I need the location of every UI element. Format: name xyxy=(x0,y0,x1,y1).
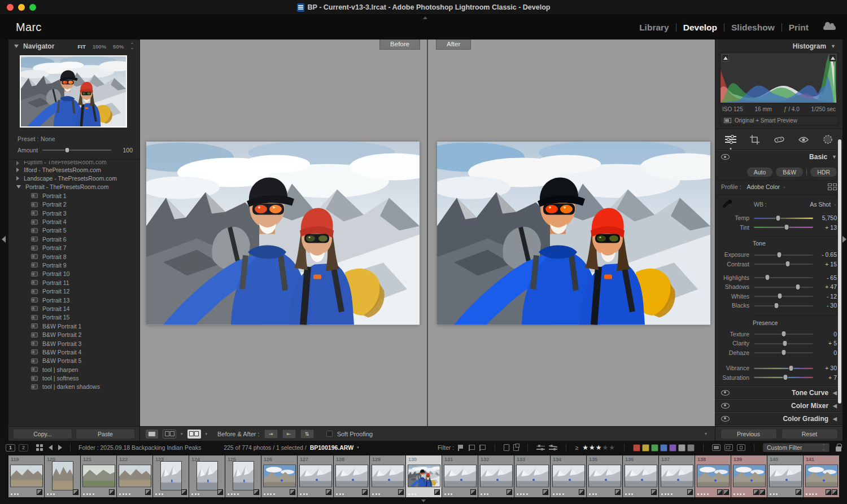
filmstrip-thumbnail-123[interactable]: 123 xyxy=(153,455,189,497)
preset-group[interactable]: Ilford - ThePresetsRoom.com xyxy=(8,165,139,174)
preset-item[interactable]: Portrait 15 xyxy=(8,313,139,322)
preset-item[interactable]: Portrait 12 xyxy=(8,287,139,295)
slider-track[interactable] xyxy=(754,263,813,265)
adjustments-badge-icon[interactable] xyxy=(470,489,476,495)
filmstrip-thumbnail-140[interactable]: 140 xyxy=(767,455,803,497)
after-pane[interactable]: After xyxy=(428,40,715,426)
color-label-chip[interactable] xyxy=(678,444,686,452)
paste-button[interactable]: Paste xyxy=(76,429,135,439)
slider-track[interactable] xyxy=(754,376,813,378)
disclosure-triangle-icon[interactable] xyxy=(16,161,19,165)
filmstrip-thumbnail-132[interactable]: 132 xyxy=(478,455,514,497)
preset-item[interactable]: tool | sharpen xyxy=(8,365,139,374)
copy-button[interactable]: Copy... xyxy=(13,429,72,439)
adjustments-badge-icon[interactable] xyxy=(507,489,512,495)
adjustments-badge-icon[interactable] xyxy=(217,489,223,495)
thumbnail-photo[interactable] xyxy=(481,465,512,487)
slider-thumb[interactable] xyxy=(795,284,800,290)
slider-value[interactable]: - 12 xyxy=(813,293,837,300)
right-panel-gutter[interactable] xyxy=(842,40,847,441)
thumbnail-photo[interactable] xyxy=(264,465,295,487)
adjustments-badge-icon[interactable] xyxy=(37,489,42,495)
videos-icon[interactable] xyxy=(737,444,745,451)
filmstrip-thumbnail-120[interactable]: 120 xyxy=(45,455,80,497)
adjustments-badge-icon[interactable] xyxy=(290,489,295,495)
preset-item[interactable]: Portrait 14 xyxy=(8,304,139,313)
slider-track[interactable] xyxy=(754,343,813,344)
adjustments-badge-icon[interactable] xyxy=(832,489,837,495)
thumbnail-photo[interactable] xyxy=(161,462,181,490)
compare-view-dropdown-icon[interactable]: ▾ xyxy=(181,432,183,436)
thumbnail-photo[interactable] xyxy=(233,462,254,490)
preset-item[interactable]: tool | softness xyxy=(8,374,139,382)
thumbnail-photo[interactable] xyxy=(408,465,440,487)
color-label-chip[interactable] xyxy=(687,444,695,452)
preset-item[interactable]: Portrait 13 xyxy=(8,296,139,304)
filmstrip-thumbnail-136[interactable]: 136 xyxy=(623,455,658,497)
go-back-icon[interactable] xyxy=(49,445,53,450)
color-label-chip[interactable] xyxy=(633,444,640,452)
copy-before-to-after-button[interactable]: ⇥ xyxy=(264,430,278,439)
preset-item[interactable]: B&W Portrait 1 xyxy=(8,322,139,330)
preset-item[interactable]: Portrait 6 xyxy=(8,235,139,243)
secondary-screen-button[interactable]: 2 xyxy=(19,444,28,452)
slider-track[interactable] xyxy=(754,352,813,353)
star-filter-icon[interactable]: ★ xyxy=(596,444,602,452)
panel-collapse-icon[interactable]: ◀ xyxy=(833,390,837,396)
slider-track[interactable] xyxy=(754,295,813,297)
adjustments-badge-icon[interactable] xyxy=(145,489,151,495)
zoom-ratio-stepper-icon[interactable]: ⌃⌄ xyxy=(130,43,134,50)
profile-value[interactable]: Adobe Color xyxy=(747,183,780,190)
slider-value[interactable]: + 5 xyxy=(813,340,837,347)
color-label-chip[interactable] xyxy=(660,444,667,452)
slider-thumb[interactable] xyxy=(778,293,783,299)
loupe-view-icon[interactable] xyxy=(146,430,158,439)
crop-tool-icon[interactable] xyxy=(749,133,761,146)
preset-item[interactable]: B&W Portrait 5 xyxy=(8,357,139,365)
adjustments-badge-icon[interactable] xyxy=(687,489,693,495)
module-tab-print[interactable]: Print xyxy=(782,23,815,33)
previous-button[interactable]: Previous xyxy=(721,429,777,439)
filter-preset-dropdown[interactable]: Custom Filter ⌃⌄ xyxy=(763,443,829,452)
thumbnail-photo[interactable] xyxy=(589,465,621,487)
star-filter-icon[interactable]: ★ xyxy=(609,444,615,452)
swap-before-after-button[interactable]: ⇅ xyxy=(300,430,314,439)
red-eye-tool-icon[interactable] xyxy=(797,133,810,146)
basic-collapse-icon[interactable]: ▼ xyxy=(832,154,837,160)
adjustments-badge-icon[interactable] xyxy=(326,489,331,495)
zoom-100-option[interactable]: 100% xyxy=(93,43,106,50)
thumbnail-photo[interactable] xyxy=(553,465,584,487)
color-label-chip[interactable] xyxy=(651,444,658,452)
star-filter-icon[interactable]: ★ xyxy=(582,444,589,452)
thumbnail-photo[interactable] xyxy=(625,465,657,487)
preset-group[interactable]: Portrait - ThePresetsRoom.com xyxy=(8,183,139,191)
filmstrip-collapse-arrow[interactable] xyxy=(421,499,426,502)
panel-header-color-grading[interactable]: Color Grading◀ xyxy=(715,412,842,425)
slider-value[interactable]: + 15 xyxy=(813,261,837,268)
filmstrip-thumbnail-134[interactable]: 134 xyxy=(551,455,586,497)
preset-item[interactable]: Portrait 5 xyxy=(8,226,139,235)
collapse-right-panel-icon[interactable] xyxy=(842,236,846,243)
wb-dropdown-icon[interactable]: ⌄ xyxy=(833,202,837,207)
thumbnail-photo[interactable] xyxy=(11,465,42,487)
filmstrip-thumbnail-126[interactable]: 126 xyxy=(261,455,297,497)
reset-button[interactable]: Reset xyxy=(781,429,838,439)
slider-value[interactable]: - 30 xyxy=(813,302,837,309)
slider-thumb[interactable] xyxy=(789,365,794,371)
filter-lock-icon[interactable] xyxy=(836,446,841,452)
slider-value[interactable]: - 0.65 xyxy=(813,251,837,258)
slider-track[interactable] xyxy=(754,305,813,306)
thumbnail-photo[interactable] xyxy=(336,465,368,487)
virtual-copy-filter-icon[interactable] xyxy=(513,444,519,451)
thumbnail-photo[interactable] xyxy=(444,465,476,487)
before-photo[interactable] xyxy=(146,141,420,325)
slider-track[interactable] xyxy=(754,226,813,228)
unedited-filter-icon[interactable] xyxy=(549,445,557,451)
module-tab-slideshow[interactable]: Slideshow xyxy=(724,23,781,33)
master-copies-icon[interactable] xyxy=(712,444,721,451)
soft-proofing-checkbox[interactable] xyxy=(326,431,333,437)
wb-value[interactable]: As Shot xyxy=(810,201,831,208)
smart-preview-status[interactable]: Original + Smart Preview xyxy=(720,116,838,125)
slider-value[interactable]: + 47 xyxy=(813,283,837,290)
filmstrip-thumbnail-124[interactable]: 124 xyxy=(189,455,225,497)
